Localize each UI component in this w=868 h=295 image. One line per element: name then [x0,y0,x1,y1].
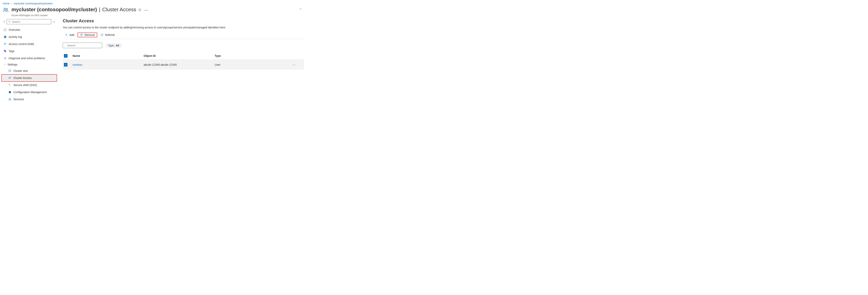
add-button-label: Add [69,33,74,36]
trash-icon [80,33,83,36]
row-more-actions-icon[interactable]: ⋯ [286,63,304,67]
overview-icon [4,28,7,31]
sidebar-item-label: Cluster Access [13,77,32,80]
svg-rect-16 [9,91,11,93]
main-description: You can control access to the cluster en… [63,26,304,29]
breadcrumb: Home › mycluster (contosopool/mycluster) [0,0,307,6]
sidebar-item-diagnose[interactable]: Diagnose and solve problems [2,55,57,62]
favorite-star-icon[interactable] [138,7,142,13]
svg-point-1 [6,8,8,10]
close-icon[interactable] [299,6,304,11]
expand-collapse-icon[interactable]: ⇳ [3,20,5,23]
select-all-checkbox[interactable] [64,54,67,58]
breadcrumb-separator: › [11,2,12,5]
svg-point-9 [5,43,6,44]
svg-point-12 [9,77,10,78]
type-filter-value: All [116,44,119,47]
remove-button[interactable]: Remove [78,33,97,37]
row-checkbox[interactable] [64,63,67,66]
row-name-link[interactable]: contoso [72,63,144,66]
title-row: mycluster (contosopool/mycluster) | Clus… [0,6,307,18]
sidebar-item-label: Configuration Management [13,91,47,94]
toolbar: Add Remove Refresh [63,33,304,39]
title-primary: mycluster (contosopool/mycluster) [11,6,97,12]
breadcrumb-home[interactable]: Home [3,2,10,5]
svg-marker-3 [4,28,6,31]
more-actions-icon[interactable]: ⋯ [145,8,148,12]
sidebar-item-cluster-access[interactable]: Cluster Access [2,75,57,82]
tags-icon [4,50,7,53]
sidebar-item-activity-log[interactable]: Activity log [2,33,57,40]
svg-point-2 [8,21,10,22]
table-header-row: Name Object ID Type [63,52,304,60]
activity-log-icon [4,35,7,38]
type-filter-pill[interactable]: Type : All [105,43,122,48]
main-heading: Cluster Access [63,18,304,24]
cluster-size-icon [8,69,11,72]
add-button[interactable]: Add [63,33,76,37]
sidebar-item-label: Cluster size [13,69,28,72]
table-header-object-id[interactable]: Object ID [144,54,215,57]
svg-rect-15 [9,85,10,86]
table-search-input[interactable] [67,44,100,47]
cluster-access-icon [8,77,11,80]
search-icon [8,20,11,23]
chevron-down-icon [4,63,6,66]
sidebar-section-settings[interactable]: Settings [2,62,57,67]
svg-point-17 [10,98,10,99]
access-control-icon [4,42,7,46]
sidebar-section-label: Settings [7,63,18,66]
svg-rect-11 [9,70,11,71]
svg-rect-6 [4,37,6,37]
sidebar-search[interactable] [7,19,51,24]
sidebar-item-access-control[interactable]: Access control (IAM) [2,40,57,48]
table-header-name[interactable]: Name [72,54,144,57]
sidebar-item-config-mgmt[interactable]: Configuration Management [2,89,57,96]
remove-button-label: Remove [85,33,95,36]
svg-point-10 [4,50,5,51]
svg-point-0 [4,8,5,10]
filter-row: Type : All [63,42,304,48]
svg-point-8 [4,43,5,44]
key-icon [8,84,11,87]
sidebar-search-input[interactable] [12,20,50,23]
sidebar-item-label: Secure shell (SSH) [13,84,37,87]
refresh-button-label: Refresh [105,33,115,36]
sidebar-item-label: Overview [9,28,20,31]
title-divider: | [99,6,100,12]
collapse-sidebar-icon[interactable]: « [53,20,56,23]
row-type: User [215,63,286,66]
plus-icon [65,33,68,36]
row-object-id: abcde-12345-abcde-12345 [144,63,215,66]
main-content: Cluster Access You can control access to… [57,18,307,70]
search-icon [64,44,66,47]
sidebar-item-overview[interactable]: Overview [2,26,57,33]
type-filter-label: Type : [108,44,116,47]
services-icon [8,98,11,101]
sidebar-item-label: Activity log [9,35,22,38]
resource-type-subtitle: Azure HDInsight on AKS cluster [11,14,296,17]
sidebar-item-tags[interactable]: Tags [2,48,57,55]
sidebar-item-cluster-size[interactable]: Cluster size [2,67,57,75]
refresh-icon [100,33,103,36]
diagnose-icon [4,57,7,60]
sidebar: ⇳ « Overview Activity log Access control… [2,18,57,103]
sidebar-item-services[interactable]: Services [2,96,57,103]
page-title: mycluster (contosopool/mycluster) | Clus… [11,6,296,13]
table-header-type[interactable]: Type [215,54,286,57]
table-row: contoso abcde-12345-abcde-12345 User ⋯ [63,60,304,70]
sidebar-item-label: Services [13,98,24,101]
sidebar-item-label: Diagnose and solve problems [9,57,45,60]
refresh-button[interactable]: Refresh [98,33,117,37]
svg-point-13 [10,77,11,78]
table-search[interactable] [63,42,102,48]
title-secondary: Cluster Access [102,6,136,12]
sidebar-item-label: Access control (IAM) [9,42,34,46]
breadcrumb-cluster[interactable]: mycluster (contosopool/mycluster) [13,2,53,5]
svg-rect-7 [4,37,5,38]
sidebar-item-secure-shell[interactable]: Secure shell (SSH) [2,82,57,89]
access-table: Name Object ID Type contoso abcde-12345-… [63,52,304,70]
svg-point-20 [65,45,65,46]
people-icon [3,7,9,13]
sidebar-item-label: Tags [9,50,14,53]
